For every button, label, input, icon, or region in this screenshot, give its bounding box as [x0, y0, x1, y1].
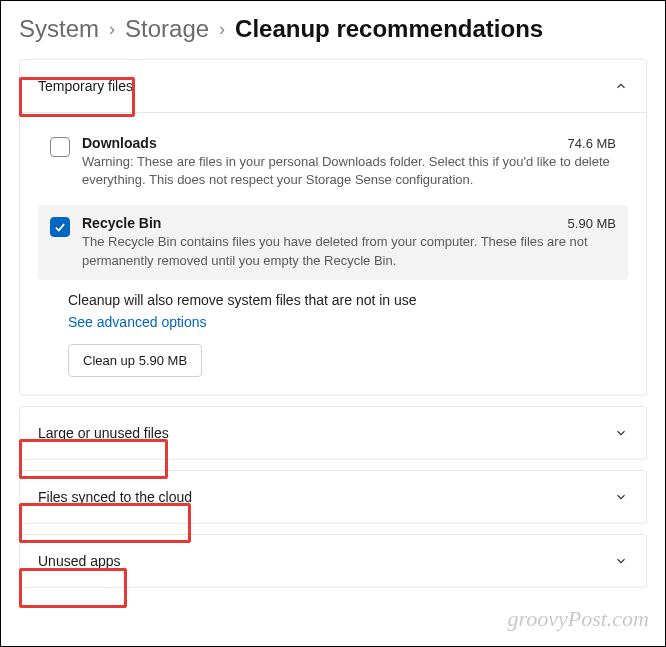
section-header-temporary-files[interactable]: Temporary files — [20, 60, 646, 112]
checkbox-recycle-bin[interactable] — [50, 217, 70, 237]
breadcrumb: System › Storage › Cleanup recommendatio… — [1, 1, 665, 53]
item-title: Recycle Bin — [82, 215, 161, 231]
section-header-unused-apps[interactable]: Unused apps — [20, 535, 646, 587]
item-title: Downloads — [82, 135, 157, 151]
item-desc: The Recycle Bin contains files you have … — [82, 233, 616, 269]
cleanup-item-recycle-bin: Recycle Bin 5.90 MB The Recycle Bin cont… — [38, 205, 628, 279]
page-title: Cleanup recommendations — [235, 15, 543, 43]
section-large-or-unused: Large or unused files — [19, 406, 647, 460]
cleanup-button[interactable]: Clean up 5.90 MB — [68, 344, 202, 377]
cleanup-item-downloads: Downloads 74.6 MB Warning: These are fil… — [38, 125, 628, 199]
item-main: Downloads 74.6 MB Warning: These are fil… — [82, 135, 616, 189]
item-size: 5.90 MB — [568, 216, 616, 231]
breadcrumb-storage[interactable]: Storage — [125, 15, 209, 43]
breadcrumb-system[interactable]: System — [19, 15, 99, 43]
checkbox-downloads[interactable] — [50, 137, 70, 157]
cleanup-note: Cleanup will also remove system files th… — [68, 292, 628, 308]
chevron-down-icon — [614, 426, 628, 440]
chevron-down-icon — [614, 490, 628, 504]
section-title: Large or unused files — [38, 425, 169, 441]
section-title: Unused apps — [38, 553, 121, 569]
item-desc: Warning: These are files in your persona… — [82, 153, 616, 189]
section-title: Temporary files — [38, 78, 133, 94]
section-title: Files synced to the cloud — [38, 489, 192, 505]
section-header-synced-cloud[interactable]: Files synced to the cloud — [20, 471, 646, 523]
chevron-down-icon — [614, 554, 628, 568]
advanced-options-link[interactable]: See advanced options — [68, 314, 207, 330]
section-synced-cloud: Files synced to the cloud — [19, 470, 647, 524]
section-header-large-or-unused[interactable]: Large or unused files — [20, 407, 646, 459]
item-main: Recycle Bin 5.90 MB The Recycle Bin cont… — [82, 215, 616, 269]
section-temporary-files: Temporary files Downloads 74.6 MB Warnin… — [19, 59, 647, 396]
chevron-up-icon — [614, 79, 628, 93]
content-area: Temporary files Downloads 74.6 MB Warnin… — [1, 53, 665, 616]
section-unused-apps: Unused apps — [19, 534, 647, 588]
item-size: 74.6 MB — [568, 136, 616, 151]
section-body-temporary-files: Downloads 74.6 MB Warning: These are fil… — [20, 112, 646, 395]
chevron-right-icon: › — [219, 19, 225, 40]
chevron-right-icon: › — [109, 19, 115, 40]
